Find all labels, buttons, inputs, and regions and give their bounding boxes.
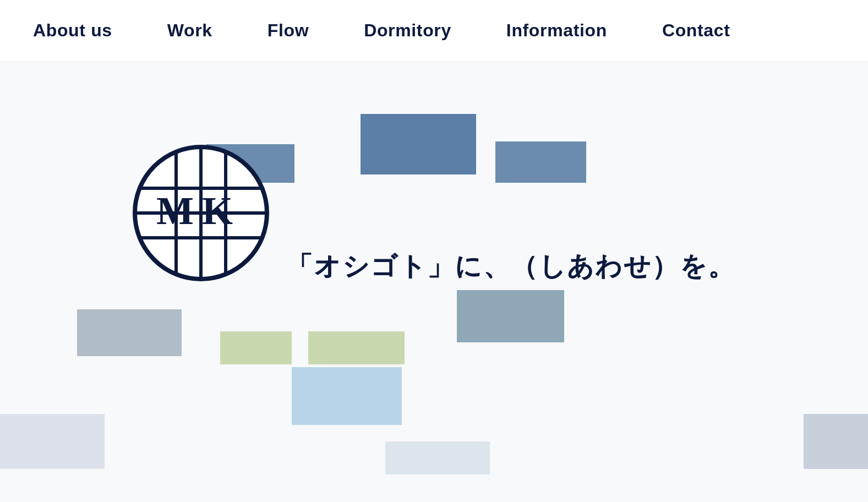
- deco-rect-6: [308, 331, 405, 364]
- deco-rect-8: [292, 367, 402, 425]
- deco-rect-9: [0, 414, 105, 469]
- svg-text:M: M: [156, 189, 194, 233]
- hero-tagline: 「オシゴト」に、（しあわせ）を。: [286, 249, 735, 284]
- deco-rect-3: [495, 141, 586, 183]
- nav-flow[interactable]: Flow: [268, 20, 309, 41]
- deco-rect-4: [77, 309, 182, 356]
- nav-information[interactable]: Information: [506, 20, 607, 41]
- deco-rect-2: [361, 114, 476, 174]
- deco-rect-7: [457, 290, 564, 342]
- hero-section: M K 「オシゴト」に、（しあわせ）を。: [0, 62, 868, 502]
- deco-rect-10: [804, 414, 868, 469]
- svg-text:K: K: [202, 189, 233, 233]
- nav-about[interactable]: About us: [33, 20, 112, 41]
- nav-contact[interactable]: Contact: [662, 20, 730, 41]
- deco-rect-11: [385, 441, 490, 474]
- nav-dormitory[interactable]: Dormitory: [364, 20, 451, 41]
- nav-work[interactable]: Work: [167, 20, 212, 41]
- navigation: About us Work Flow Dormitory Information…: [0, 0, 868, 62]
- deco-rect-5: [220, 331, 292, 364]
- logo: M K: [127, 139, 275, 287]
